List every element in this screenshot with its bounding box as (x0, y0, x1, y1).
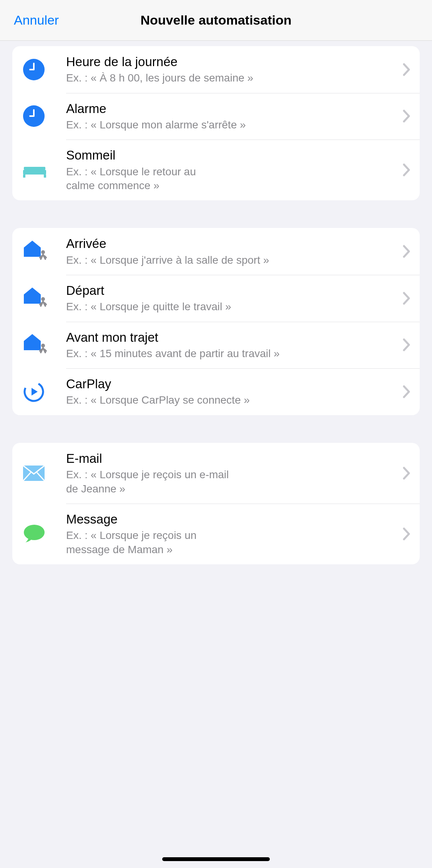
row-subtitle: Ex. : « 15 minutes avant de partir au tr… (66, 347, 297, 361)
row-subtitle: Ex. : « Lorsque je reçois un e-mail de J… (66, 468, 239, 496)
trigger-leave[interactable]: Départ Ex. : « Lorsque je quitte le trav… (12, 275, 420, 322)
chevron-right-icon (403, 63, 410, 76)
row-title: Message (66, 511, 398, 527)
row-title: Heure de la journée (66, 54, 398, 70)
chevron-right-icon (403, 527, 410, 540)
cancel-button[interactable]: Annuler (14, 13, 59, 28)
chevron-right-icon (403, 467, 410, 480)
modal-header: Annuler Nouvelle automatisation (0, 0, 432, 41)
row-subtitle: Ex. : « À 8 h 00, les jours de semaine » (66, 71, 266, 85)
svg-rect-3 (23, 170, 46, 175)
row-title: Sommeil (66, 147, 398, 163)
row-title: Départ (66, 283, 398, 298)
row-subtitle: Ex. : « Lorsque CarPlay se connecte » (66, 393, 297, 407)
row-subtitle: Ex. : « Lorsque le retour au calme comme… (66, 165, 197, 193)
trigger-alarm[interactable]: Alarme Ex. : « Lorsque mon alarme s'arrê… (12, 93, 420, 140)
chevron-right-icon (403, 110, 410, 123)
row-subtitle: Ex. : « Lorsque je reçois un message de … (66, 529, 239, 557)
trigger-group-communication: E-mail Ex. : « Lorsque je reçois un e-ma… (12, 443, 420, 564)
home-person-icon (22, 333, 66, 356)
row-title: Alarme (66, 101, 398, 116)
mail-icon (22, 466, 66, 481)
svg-rect-5 (44, 175, 46, 178)
svg-rect-2 (24, 167, 45, 170)
chevron-right-icon (403, 245, 410, 258)
trigger-before-commute[interactable]: Avant mon trajet Ex. : « 15 minutes avan… (12, 322, 420, 369)
clock-icon (22, 105, 66, 127)
row-title: Avant mon trajet (66, 329, 398, 345)
row-subtitle: Ex. : « Lorsque j'arrive à la salle de s… (66, 253, 297, 267)
row-subtitle: Ex. : « Lorsque je quitte le travail » (66, 300, 266, 314)
trigger-time-of-day[interactable]: Heure de la journée Ex. : « À 8 h 00, le… (12, 46, 420, 93)
svg-point-11 (24, 525, 45, 540)
svg-point-6 (41, 250, 45, 254)
home-person-icon (22, 240, 66, 263)
svg-point-7 (41, 297, 45, 301)
chevron-right-icon (403, 163, 410, 176)
trigger-arrive[interactable]: Arrivée Ex. : « Lorsque j'arrive à la sa… (12, 228, 420, 275)
row-title: Arrivée (66, 236, 398, 251)
trigger-sleep[interactable]: Sommeil Ex. : « Lorsque le retour au cal… (12, 140, 420, 200)
trigger-email[interactable]: E-mail Ex. : « Lorsque je reçois un e-ma… (12, 443, 420, 504)
carplay-icon (22, 381, 66, 402)
chevron-right-icon (403, 338, 410, 351)
home-indicator[interactable] (162, 857, 270, 861)
svg-rect-4 (23, 175, 25, 178)
content-area: Heure de la journée Ex. : « À 8 h 00, le… (0, 41, 432, 564)
trigger-message[interactable]: Message Ex. : « Lorsque je reçois un mes… (12, 504, 420, 564)
bed-icon (22, 162, 66, 178)
message-icon (22, 524, 66, 544)
svg-point-8 (41, 344, 45, 348)
page-title: Nouvelle automatisation (0, 13, 432, 28)
trigger-group-location: Arrivée Ex. : « Lorsque j'arrive à la sa… (12, 228, 420, 415)
chevron-right-icon (403, 385, 410, 398)
trigger-group-time: Heure de la journée Ex. : « À 8 h 00, le… (12, 46, 420, 200)
chevron-right-icon (403, 292, 410, 305)
row-title: CarPlay (66, 376, 398, 392)
row-title: E-mail (66, 451, 398, 466)
clock-icon (22, 59, 66, 80)
row-subtitle: Ex. : « Lorsque mon alarme s'arrête » (66, 118, 266, 132)
home-person-icon (22, 287, 66, 310)
trigger-carplay[interactable]: CarPlay Ex. : « Lorsque CarPlay se conne… (12, 368, 420, 415)
